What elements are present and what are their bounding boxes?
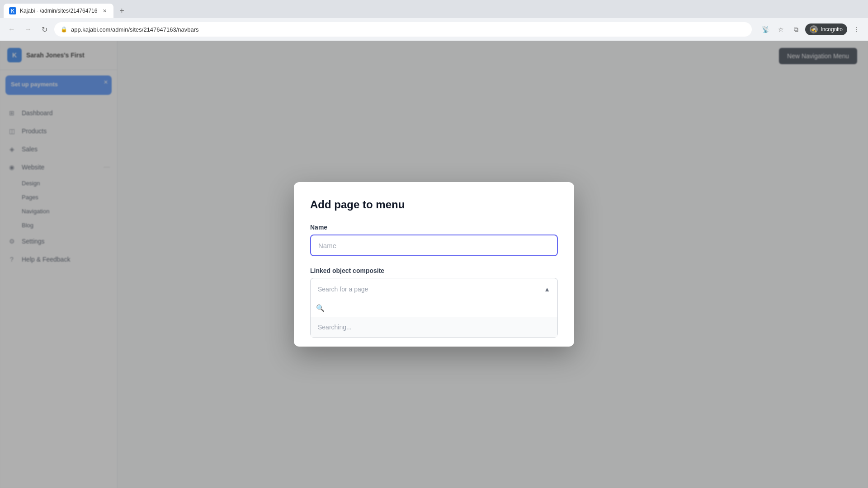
modal-title: Add page to menu [310, 198, 558, 211]
dropdown-search-input[interactable] [328, 305, 552, 312]
tab-favicon: K [9, 7, 16, 14]
nav-actions: 📡 ☆ ⧉ 🕵 Incognito ⋮ [759, 23, 863, 36]
name-input[interactable] [310, 235, 558, 256]
tab-close-button[interactable]: ✕ [101, 7, 108, 14]
searching-text: Searching... [311, 317, 557, 337]
active-tab[interactable]: K Kajabi - /admin/sites/214764716 ✕ [4, 4, 113, 18]
incognito-label: Incognito [821, 26, 843, 33]
linked-object-form-group: Linked object composite Search for a pag… [310, 267, 558, 300]
new-tab-button[interactable]: + [115, 5, 128, 17]
incognito-badge: 🕵 Incognito [805, 23, 847, 35]
add-page-modal: Add page to menu Name Linked object comp… [294, 182, 574, 347]
dropdown-placeholder: Search for a page [318, 286, 368, 293]
chevron-up-icon: ▲ [544, 286, 550, 293]
browser-chrome: K Kajabi - /admin/sites/214764716 ✕ + ← … [0, 0, 868, 41]
name-form-group: Name [310, 224, 558, 256]
refresh-button[interactable]: ↻ [38, 23, 51, 36]
address-bar[interactable]: 🔒 app.kajabi.com/admin/sites/2147647163/… [54, 22, 752, 37]
name-label: Name [310, 224, 558, 231]
extensions-button[interactable]: ⧉ [790, 23, 802, 36]
linked-object-label: Linked object composite [310, 267, 558, 274]
back-button[interactable]: ← [5, 23, 18, 36]
menu-button[interactable]: ⋮ [850, 23, 863, 36]
tab-title: Kajabi - /admin/sites/214764716 [20, 8, 97, 14]
bookmark-button[interactable]: ☆ [774, 23, 787, 36]
nav-bar: ← → ↻ 🔒 app.kajabi.com/admin/sites/21476… [0, 18, 868, 41]
lock-icon: 🔒 [61, 26, 67, 33]
cast-button[interactable]: 📡 [759, 23, 772, 36]
incognito-icon: 🕵 [810, 25, 818, 33]
app-layout: K Sarah Jones's First ✕ Set up payments … [0, 41, 868, 488]
dropdown-menu: 🔍 Searching... [310, 300, 558, 338]
tab-bar: K Kajabi - /admin/sites/214764716 ✕ + [0, 0, 868, 18]
dropdown-trigger[interactable]: Search for a page ▲ [310, 278, 558, 300]
dropdown-search-area: 🔍 [311, 300, 557, 317]
search-icon: 🔍 [316, 304, 325, 312]
forward-button[interactable]: → [22, 23, 34, 36]
modal-overlay: Add page to menu Name Linked object comp… [0, 41, 868, 488]
url-text: app.kajabi.com/admin/sites/2147647163/na… [71, 26, 199, 33]
linked-object-dropdown: Search for a page ▲ 🔍 Searching... [310, 278, 558, 300]
